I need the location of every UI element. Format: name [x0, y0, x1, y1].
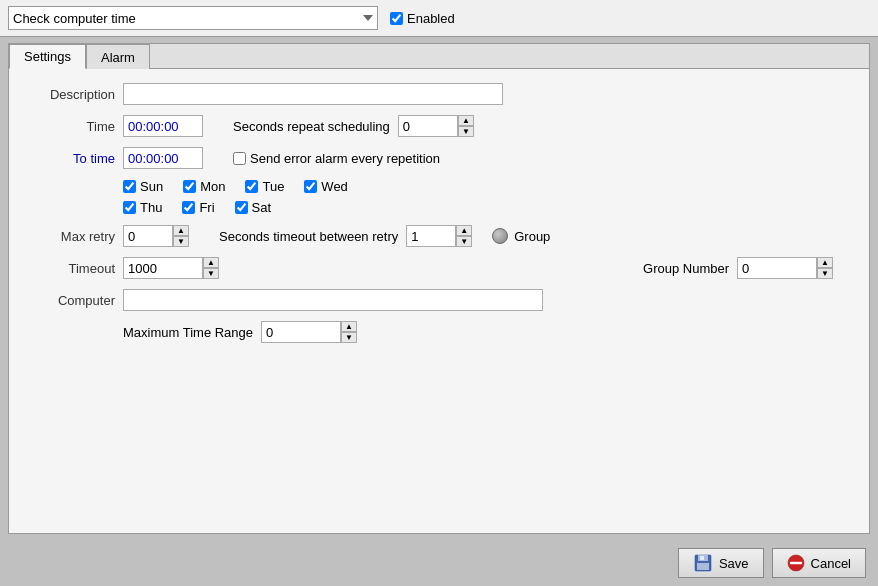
day-fri: Fri [182, 200, 214, 215]
timeout-spin: ▲ ▼ [123, 257, 219, 279]
computer-label: Computer [25, 293, 115, 308]
mon-checkbox[interactable] [183, 180, 196, 193]
retry-seconds-spinners: ▲ ▼ [456, 225, 472, 247]
timeout-spinners: ▲ ▼ [203, 257, 219, 279]
time-input[interactable] [123, 115, 203, 137]
tue-checkbox[interactable] [245, 180, 258, 193]
group-number-down[interactable]: ▼ [817, 268, 833, 279]
to-time-row: To time Send error alarm every repetitio… [25, 147, 853, 169]
seconds-repeat-spin: ▲ ▼ [398, 115, 474, 137]
top-bar: Check computer time Enabled [0, 0, 878, 37]
thu-checkbox[interactable] [123, 201, 136, 214]
wed-label: Wed [321, 179, 348, 194]
timeout-label: Timeout [25, 261, 115, 276]
max-retry-spin: ▲ ▼ [123, 225, 189, 247]
time-label: Time [25, 119, 115, 134]
tab-header: Settings Alarm [9, 44, 869, 69]
seconds-timeout-label: Seconds timeout between retry [219, 229, 398, 244]
description-row: Description [25, 83, 853, 105]
max-retry-input[interactable] [123, 225, 173, 247]
retry-seconds-down[interactable]: ▼ [456, 236, 472, 247]
description-input[interactable] [123, 83, 503, 105]
seconds-repeat-up[interactable]: ▲ [458, 115, 474, 126]
day-thu: Thu [123, 200, 162, 215]
computer-row: Computer [25, 289, 853, 311]
max-retry-label: Max retry [25, 229, 115, 244]
group-section: Group [492, 228, 550, 244]
description-label: Description [25, 87, 115, 102]
retry-seconds-up[interactable]: ▲ [456, 225, 472, 236]
day-mon: Mon [183, 179, 225, 194]
sat-label: Sat [252, 200, 272, 215]
group-number-label: Group Number [643, 261, 729, 276]
fri-label: Fri [199, 200, 214, 215]
enabled-checkbox-label: Enabled [390, 11, 455, 26]
sun-label: Sun [140, 179, 163, 194]
seconds-repeat-spinners: ▲ ▼ [458, 115, 474, 137]
to-time-label: To time [25, 151, 115, 166]
send-error-label: Send error alarm every repetition [233, 151, 440, 166]
settings-tab-content: Description Time Seconds repeat scheduli… [9, 69, 869, 533]
send-error-section: Send error alarm every repetition [233, 151, 440, 166]
fri-checkbox[interactable] [182, 201, 195, 214]
timeout-row: Timeout ▲ ▼ Group Number ▲ ▼ [25, 257, 853, 279]
task-dropdown[interactable]: Check computer time [8, 6, 378, 30]
svg-rect-3 [697, 563, 709, 570]
max-range-down[interactable]: ▼ [341, 332, 357, 343]
day-wed: Wed [304, 179, 348, 194]
cancel-label: Cancel [811, 556, 851, 571]
seconds-repeat-section: Seconds repeat scheduling ▲ ▼ [233, 115, 474, 137]
cancel-button[interactable]: Cancel [772, 548, 866, 578]
max-range-up[interactable]: ▲ [341, 321, 357, 332]
timeout-up[interactable]: ▲ [203, 257, 219, 268]
days-row-1: Sun Mon Tue Wed [123, 179, 853, 194]
bottom-bar: Save Cancel [0, 540, 878, 586]
day-sat: Sat [235, 200, 272, 215]
max-retry-up[interactable]: ▲ [173, 225, 189, 236]
time-spin-wrapper [123, 115, 203, 137]
seconds-repeat-input[interactable] [398, 115, 458, 137]
computer-input[interactable] [123, 289, 543, 311]
enabled-text: Enabled [407, 11, 455, 26]
seconds-repeat-label: Seconds repeat scheduling [233, 119, 390, 134]
max-retry-row: Max retry ▲ ▼ Seconds timeout between re… [25, 225, 853, 247]
save-button[interactable]: Save [678, 548, 764, 578]
group-ball-icon [492, 228, 508, 244]
svg-rect-2 [700, 556, 704, 560]
sat-checkbox[interactable] [235, 201, 248, 214]
wed-checkbox[interactable] [304, 180, 317, 193]
max-range-spin: ▲ ▼ [261, 321, 357, 343]
group-number-spin: ▲ ▼ [737, 257, 833, 279]
send-error-checkbox[interactable] [233, 152, 246, 165]
sun-checkbox[interactable] [123, 180, 136, 193]
group-number-input[interactable] [737, 257, 817, 279]
timeout-down[interactable]: ▼ [203, 268, 219, 279]
max-time-row: Maximum Time Range ▲ ▼ [25, 321, 853, 343]
max-retry-spinners: ▲ ▼ [173, 225, 189, 247]
days-section: Sun Mon Tue Wed [123, 179, 853, 215]
tab-alarm[interactable]: Alarm [86, 44, 150, 69]
group-number-up[interactable]: ▲ [817, 257, 833, 268]
max-range-input[interactable] [261, 321, 341, 343]
tab-settings[interactable]: Settings [9, 44, 86, 69]
timeout-input[interactable] [123, 257, 203, 279]
days-row-2: Thu Fri Sat [123, 200, 853, 215]
time-row: Time Seconds repeat scheduling ▲ ▼ [25, 115, 853, 137]
to-time-input[interactable] [123, 147, 203, 169]
group-number-spinners: ▲ ▼ [817, 257, 833, 279]
tab-container: Settings Alarm Description Time Seconds … [8, 43, 870, 534]
max-range-spinners: ▲ ▼ [341, 321, 357, 343]
tue-label: Tue [262, 179, 284, 194]
cancel-icon [787, 554, 805, 572]
day-sun: Sun [123, 179, 163, 194]
day-tue: Tue [245, 179, 284, 194]
enabled-checkbox[interactable] [390, 12, 403, 25]
max-retry-down[interactable]: ▼ [173, 236, 189, 247]
thu-label: Thu [140, 200, 162, 215]
main-content: Settings Alarm Description Time Seconds … [0, 37, 878, 540]
mon-label: Mon [200, 179, 225, 194]
send-error-text: Send error alarm every repetition [250, 151, 440, 166]
retry-seconds-input[interactable] [406, 225, 456, 247]
seconds-repeat-down[interactable]: ▼ [458, 126, 474, 137]
group-label: Group [514, 229, 550, 244]
